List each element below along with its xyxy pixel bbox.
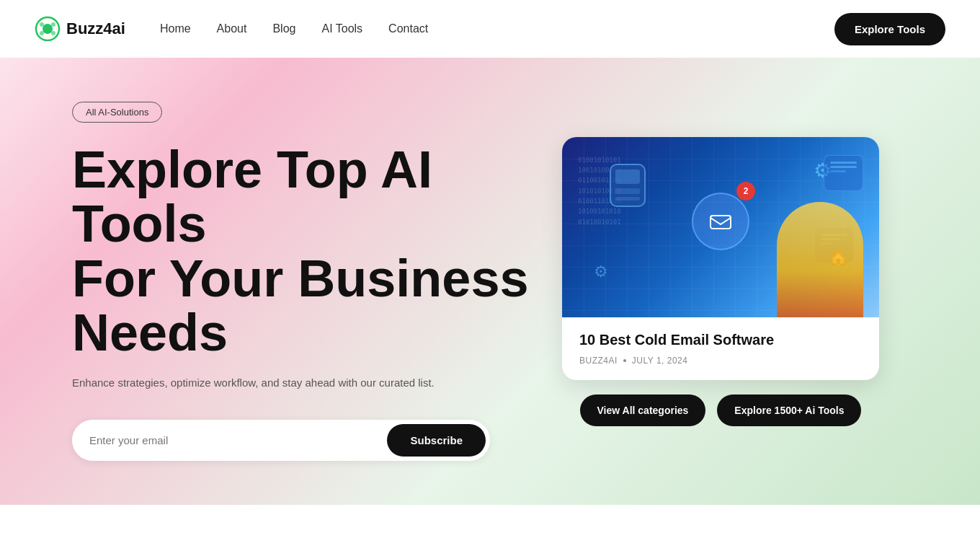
hero-right: 01001010101 10010100101 01100101100 1010… — [562, 137, 879, 426]
article-author: BUZZ4AI — [579, 356, 618, 366]
meta-separator — [623, 359, 626, 362]
svg-point-4 — [40, 31, 44, 35]
hand-element — [777, 202, 863, 317]
view-all-categories-button[interactable]: View All categories — [580, 394, 706, 426]
article-card-body: 10 Best Cold Email Software BUZZ4AI JULY… — [562, 317, 879, 380]
email-input[interactable] — [89, 427, 387, 454]
smartwatch-element — [610, 164, 646, 207]
gear-icon-bottom: ⚙ — [594, 263, 608, 281]
svg-point-1 — [43, 24, 53, 34]
nav-item-home[interactable]: Home — [160, 22, 191, 35]
explore-tools-button[interactable]: Explore Tools — [834, 13, 945, 45]
nav-link-contact[interactable]: Contact — [388, 22, 428, 35]
subscribe-button[interactable]: Subscribe — [387, 424, 486, 457]
article-date: JULY 1, 2024 — [632, 356, 688, 366]
email-circle — [692, 193, 749, 250]
svg-point-2 — [40, 22, 44, 27]
float-box-1 — [824, 155, 863, 191]
logo-icon — [35, 16, 61, 42]
hero-content: All AI-Solutions Explore Top AI Tools Fo… — [72, 102, 562, 462]
featured-title: Featured Ai Tools — [35, 548, 945, 551]
hero-section: All AI-Solutions Explore Top AI Tools Fo… — [0, 58, 980, 505]
article-card: 01001010101 10010100101 01100101100 1010… — [562, 137, 879, 380]
hero-subtitle: Enhance strategies, optimize workflow, a… — [72, 375, 533, 392]
hero-title-line2: For Your Business — [72, 250, 528, 307]
email-icon — [708, 208, 734, 234]
nav-link-ai-tools[interactable]: AI Tools — [321, 22, 362, 35]
nav-link-about[interactable]: About — [217, 22, 247, 35]
hero-title-line3: Needs — [72, 304, 228, 361]
hero-title: Explore Top AI Tools For Your Business N… — [72, 143, 533, 361]
email-form: Subscribe — [72, 420, 490, 461]
hero-bottom-buttons: View All categories Explore 1500+ Ai Too… — [580, 394, 862, 426]
logo-text: Buzz4ai — [66, 19, 125, 38]
article-meta: BUZZ4AI JULY 1, 2024 — [579, 356, 862, 366]
explore-ai-tools-button[interactable]: Explore 1500+ Ai Tools — [717, 394, 861, 426]
logo-link[interactable]: Buzz4ai — [35, 16, 125, 42]
svg-point-5 — [51, 31, 55, 35]
article-title: 10 Best Cold Email Software — [579, 332, 862, 348]
hero-title-line1: Explore Top AI Tools — [72, 141, 432, 253]
article-card-image: 01001010101 10010100101 01100101100 1010… — [562, 137, 879, 317]
navbar-left: Buzz4ai Home About Blog AI Tools Contact — [35, 16, 428, 42]
nav-links: Home About Blog AI Tools Contact — [160, 22, 428, 35]
nav-link-home[interactable]: Home — [160, 22, 191, 35]
hero-badge: All AI-Solutions — [72, 102, 162, 123]
svg-rect-6 — [710, 216, 731, 229]
nav-item-contact[interactable]: Contact — [388, 22, 428, 35]
nav-link-blog[interactable]: Blog — [272, 22, 295, 35]
navbar: Buzz4ai Home About Blog AI Tools Contact… — [0, 0, 980, 58]
nav-item-blog[interactable]: Blog — [272, 22, 295, 35]
notification-badge: 2 — [736, 182, 755, 200]
svg-point-3 — [51, 22, 55, 27]
nav-item-about[interactable]: About — [217, 22, 247, 35]
featured-section: Featured Ai Tools — [0, 505, 980, 551]
nav-item-ai-tools[interactable]: AI Tools — [321, 22, 362, 35]
